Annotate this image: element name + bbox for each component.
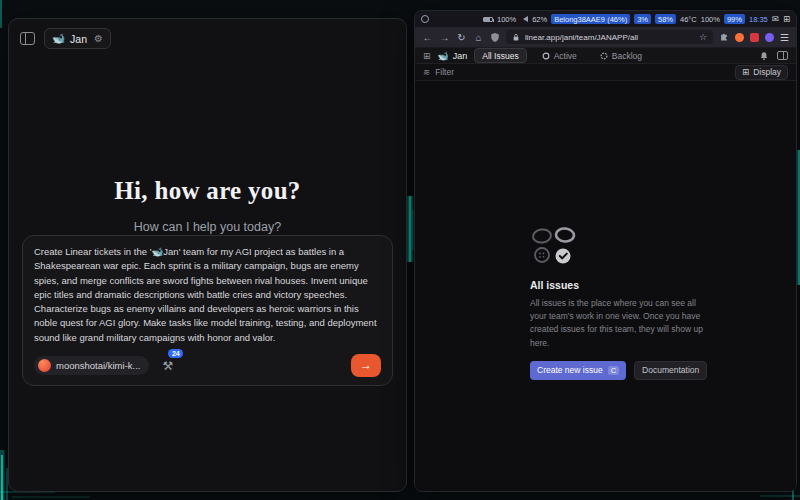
mail-icon[interactable]: ✉ — [772, 14, 779, 24]
tools-button[interactable]: ⚒ 24 — [162, 356, 173, 374]
backlog-status-icon — [600, 52, 608, 60]
browser-window: 100% 62% Belong38AAE9 (46%) 3% 58% 46°C … — [414, 10, 797, 492]
workspace-grid-icon[interactable]: ⊞ — [423, 51, 431, 61]
sidebar-toggle-icon[interactable] — [20, 32, 35, 45]
app-grid-tray-icon[interactable]: ⊞ — [783, 14, 790, 24]
wifi-network-badge[interactable]: Belong38AAE9 (46%) — [551, 14, 630, 24]
browser-menu-icon[interactable]: ☰ — [780, 32, 789, 43]
send-button[interactable]: → — [351, 354, 381, 377]
tab-backlog-label: Backlog — [612, 51, 642, 61]
documentation-label: Documentation — [642, 365, 699, 375]
tab-backlog[interactable]: Backlog — [592, 48, 650, 63]
chat-input-card[interactable]: Create Linear tickets in the '🐋Jan' team… — [22, 235, 393, 386]
filter-button[interactable]: ≋ Filter — [423, 67, 454, 77]
team-emoji: 🐋 — [52, 32, 65, 45]
create-new-issue-button[interactable]: Create new issue C — [530, 361, 626, 380]
assistant-selector[interactable]: 🐋 Jan ⚙ — [44, 28, 111, 49]
status-badge-4: 99% — [724, 14, 745, 24]
issue-status-cluster-illustration — [530, 227, 580, 265]
model-selector[interactable]: moonshotai/kimi-k... — [34, 356, 149, 375]
cpu-temperature: 46°C — [680, 15, 697, 24]
tab-all-issues[interactable]: All Issues — [474, 48, 526, 63]
extensions-puzzle-icon[interactable] — [719, 32, 729, 42]
empty-state-buttons: Create new issue C Documentation — [530, 361, 708, 380]
display-label: Display — [753, 67, 781, 77]
tab-active-label: Active — [554, 51, 577, 61]
bookmark-star-icon[interactable]: ☆ — [699, 32, 707, 42]
team-switcher[interactable]: 🐋 Jan — [438, 51, 468, 61]
moonshot-logo-icon — [38, 359, 51, 372]
greeting-subtitle: How can I help you today? — [9, 220, 406, 234]
documentation-button[interactable]: Documentation — [634, 361, 707, 380]
adblock-extension-icon[interactable] — [750, 33, 759, 42]
volume-percent: 62% — [532, 15, 547, 24]
battery-icon — [483, 17, 493, 22]
status-badge-1: 3% — [634, 14, 651, 24]
reload-button[interactable]: ↻ — [456, 32, 467, 43]
right-panel-toggle-icon[interactable] — [777, 51, 788, 60]
empty-state-title: All issues — [530, 279, 708, 291]
volume-icon — [520, 16, 528, 22]
browser-toolbar: ← → ↻ ⌂ linear.app/jani/team/JANAPP/all … — [415, 27, 796, 48]
model-name: moonshotai/kimi-k... — [56, 360, 140, 371]
forward-button[interactable]: → — [439, 32, 450, 43]
chat-input-text[interactable]: Create Linear tickets in the '🐋Jan' team… — [34, 245, 381, 345]
tools-icon: ⚒ — [162, 359, 173, 373]
linear-team-emoji: 🐋 — [438, 51, 449, 61]
active-status-icon — [542, 52, 550, 60]
address-bar[interactable]: linear.app/jani/team/JANAPP/all ☆ — [506, 30, 713, 44]
create-issue-shortcut-key: C — [608, 366, 619, 375]
create-new-issue-label: Create new issue — [537, 365, 603, 375]
status-badge-2: 58% — [655, 14, 676, 24]
gear-icon[interactable]: ⚙ — [94, 33, 103, 44]
team-label: Jan — [70, 33, 87, 45]
empty-state-description: All issues is the place where you can se… — [530, 297, 708, 350]
chat-header: 🐋 Jan ⚙ — [9, 19, 406, 58]
container-extension-icon[interactable] — [735, 33, 744, 42]
jan-chat-window: 🐋 Jan ⚙ Hi, how are you? How can I help … — [8, 18, 407, 492]
linear-topbar-right — [759, 51, 788, 61]
back-button[interactable]: ← — [422, 32, 433, 43]
chat-input-toolbar: moonshotai/kimi-k... ⚒ 24 → — [34, 354, 381, 377]
tab-active[interactable]: Active — [534, 48, 585, 63]
filter-icon: ≋ — [423, 67, 430, 77]
linear-topbar: ⊞ 🐋 Jan All Issues Active Backlog — [415, 48, 796, 64]
all-issues-empty-state: All issues All issues is the place where… — [530, 227, 708, 380]
display-button[interactable]: ⊞ Display — [735, 65, 788, 80]
notifications-bell-icon[interactable] — [759, 51, 769, 61]
clock: 18:35 — [749, 15, 768, 24]
filter-label: Filter — [435, 67, 454, 77]
status-percent-3: 100% — [701, 15, 720, 24]
lock-icon — [512, 33, 520, 42]
greeting-block: Hi, how are you? How can I help you toda… — [9, 177, 406, 234]
linear-main-area: All issues All issues is the place where… — [415, 81, 796, 491]
linear-team-label: Jan — [453, 51, 468, 61]
display-icon: ⊞ — [742, 67, 749, 77]
system-status-bar: 100% 62% Belong38AAE9 (46%) 3% 58% 46°C … — [415, 11, 796, 27]
tools-count-badge: 24 — [168, 349, 183, 358]
send-arrow-icon: → — [360, 358, 372, 372]
tab-all-issues-label: All Issues — [482, 51, 518, 61]
tray-app-icon[interactable] — [421, 15, 429, 23]
url-text[interactable]: linear.app/jani/team/JANAPP/all — [525, 33, 638, 42]
greeting-title: Hi, how are you? — [9, 177, 406, 205]
profile-avatar-icon[interactable] — [765, 33, 774, 42]
home-button[interactable]: ⌂ — [473, 32, 484, 43]
tracking-shield-icon[interactable] — [490, 32, 500, 43]
battery-percent: 100% — [497, 15, 516, 24]
linear-filter-row: ≋ Filter ⊞ Display — [415, 64, 796, 81]
